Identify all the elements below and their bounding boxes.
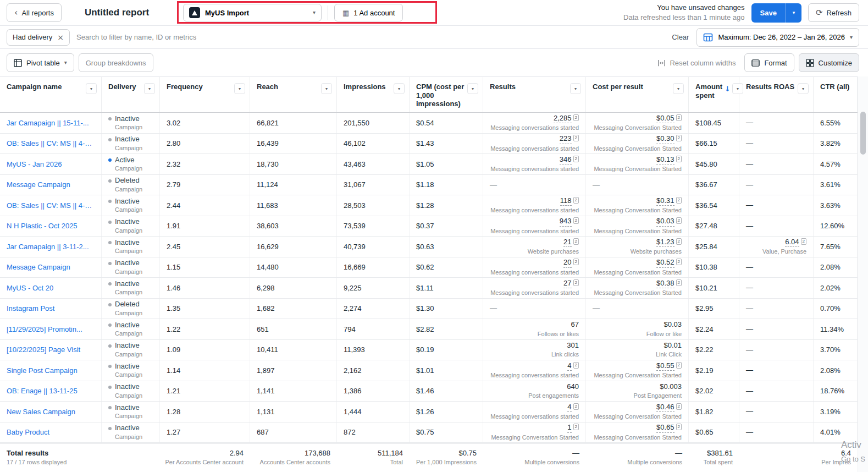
- cost-cell: $0.30 2 Messaging Conversation Started: [586, 134, 689, 154]
- roas-value: —: [746, 160, 753, 168]
- vertical-scrollbar[interactable]: [858, 76, 868, 472]
- customize-label: Customize: [819, 59, 852, 67]
- column-menu-button[interactable]: ▾: [234, 83, 245, 94]
- column-header-impressions[interactable]: Impressions ▾: [337, 77, 410, 112]
- customize-icon: [806, 59, 814, 67]
- results-cell: 27 2 Messaging conversations started: [483, 278, 586, 298]
- customize-button[interactable]: Customize: [799, 53, 859, 72]
- account-dropdown[interactable]: MyUS Import ▾: [183, 4, 322, 21]
- save-dropdown-button[interactable]: ▾: [786, 3, 801, 23]
- table-row[interactable]: Message Campaign Deleted Campaign 2.79 1…: [0, 175, 868, 196]
- chevron-down-icon: ▾: [850, 35, 853, 40]
- delivery-cell: Inactive Campaign: [102, 257, 160, 278]
- clear-button[interactable]: Clear: [672, 33, 689, 41]
- column-header-delivery[interactable]: Delivery ▾: [102, 77, 160, 112]
- campaign-link[interactable]: MyUS - Jan 2026: [7, 160, 95, 168]
- cost-cell: —: [586, 299, 689, 319]
- column-menu-button[interactable]: ▾: [144, 83, 155, 94]
- campaign-link[interactable]: OB: Sales || CV: MS || 4-1...: [7, 201, 95, 210]
- table-row[interactable]: [11/29/2025] Promotin... Inactive Campai…: [0, 319, 868, 340]
- table-row[interactable]: Jar Camapaign || 3-11-2... Inactive Camp…: [0, 237, 868, 257]
- scrollbar-thumb[interactable]: [860, 112, 866, 155]
- format-button[interactable]: Format: [744, 53, 794, 72]
- campaign-link[interactable]: New Sales Campaign: [7, 408, 95, 416]
- column-header-reach[interactable]: Reach ▾: [250, 77, 337, 112]
- table-row[interactable]: [10/22/2025] Page Visit Inactive Campaig…: [0, 340, 868, 361]
- ctr-cell: 11.34%: [814, 319, 858, 339]
- table-row[interactable]: N H Plastic - Oct 2025 Inactive Campaign…: [0, 216, 868, 237]
- cost-per-result-value: $0.52: [656, 258, 675, 267]
- results-label: Website purchases: [528, 248, 579, 255]
- column-label: CPM (cost per 1,000 impressions): [416, 83, 465, 108]
- column-menu-button[interactable]: ▾: [673, 83, 684, 94]
- delivery-status: Inactive: [115, 238, 140, 247]
- amount-spent-cell: $2.19: [689, 360, 739, 381]
- campaign-link[interactable]: [11/29/2025] Promotin...: [7, 325, 95, 333]
- pivot-table-dropdown[interactable]: Pivot table ▾: [7, 53, 74, 72]
- refresh-button[interactable]: ⟳ Refresh: [808, 3, 859, 22]
- all-reports-button[interactable]: ‹ All reports: [7, 3, 62, 22]
- filter-chip-had-delivery[interactable]: Had delivery ×: [7, 29, 70, 46]
- results-label: Messaging conversations started: [490, 227, 579, 235]
- column-header-cpm[interactable]: CPM (cost per 1,000 impressions) ▾: [410, 77, 483, 112]
- table-row[interactable]: Instagram Post Deleted Campaign 1.35 1,6…: [0, 299, 868, 320]
- column-header-frequency[interactable]: Frequency ▾: [160, 77, 250, 112]
- roas-cell: —: [739, 299, 814, 319]
- ad-account-button[interactable]: ▦ 1 Ad account: [334, 4, 403, 21]
- date-range-dropdown[interactable]: Maximum: Dec 26, 2022 – Jan 26, 2026 ▾: [696, 28, 859, 47]
- column-header-results-roas[interactable]: Results ROAS ▾: [739, 77, 814, 112]
- cost-cell: $0.38 2 Messaging Conversation Started: [586, 278, 689, 298]
- cost-per-result-value: $0.55: [656, 361, 675, 371]
- attribution-badge: 2: [676, 238, 682, 245]
- cost-cell: $0.01 Link Click: [586, 340, 689, 360]
- table-row[interactable]: OB: Sales || CV: MS || 4-1... Inactive C…: [0, 195, 868, 216]
- column-header-results[interactable]: Results ▾: [483, 77, 586, 112]
- table-row[interactable]: Single Post Campaign Inactive Campaign 1…: [0, 360, 868, 381]
- table-row[interactable]: MyUS - Jan 2026 Active Campaign 2.32 18,…: [0, 154, 868, 175]
- campaign-link[interactable]: Single Post Campaign: [7, 366, 95, 375]
- table-row[interactable]: New Sales Campaign Inactive Campaign 1.2…: [0, 402, 868, 422]
- campaign-link[interactable]: OB: Enage || 13-11-25: [7, 387, 95, 395]
- campaign-link[interactable]: Message Campaign: [7, 263, 95, 271]
- table-row[interactable]: MyUS - Oct 20 Inactive Campaign 1.46 6,2…: [0, 278, 868, 299]
- table-row[interactable]: Message Campaign Inactive Campaign 1.15 …: [0, 257, 868, 278]
- search-input[interactable]: [76, 33, 665, 41]
- column-menu-button[interactable]: ▾: [570, 83, 581, 94]
- roas-value: —: [746, 325, 753, 333]
- column-label: Results: [490, 83, 568, 91]
- footer-total-results: Total results 17 / 17 rows displayed: [0, 443, 102, 472]
- reset-column-widths-button[interactable]: Reset column widths: [653, 59, 740, 67]
- column-menu-button[interactable]: ▾: [467, 83, 478, 94]
- group-breakdowns-button[interactable]: Group breakdowns: [79, 53, 153, 72]
- column-menu-button[interactable]: ▾: [86, 83, 97, 94]
- footer-sub: Per Accounts Center account: [165, 459, 244, 466]
- column-header-campaign-name[interactable]: Campaign name ▾: [0, 77, 102, 112]
- column-header-ctr[interactable]: CTR (all): [814, 77, 858, 112]
- campaign-link[interactable]: Baby Product: [7, 428, 95, 436]
- campaign-link[interactable]: MyUS - Oct 20: [7, 284, 95, 292]
- campaign-link[interactable]: Message Campaign: [7, 180, 95, 189]
- campaign-link[interactable]: N H Plastic - Oct 2025: [7, 222, 95, 230]
- campaign-link[interactable]: Instagram Post: [7, 304, 95, 312]
- column-menu-button[interactable]: ▾: [321, 83, 332, 94]
- column-header-cost-per-result[interactable]: Cost per result ▾: [586, 77, 689, 112]
- table-row[interactable]: OB: Enage || 13-11-25 Inactive Campaign …: [0, 381, 868, 402]
- table-row[interactable]: Baby Product Inactive Campaign 1.27 687 …: [0, 422, 868, 443]
- remove-filter-icon[interactable]: ×: [57, 34, 64, 41]
- campaign-link[interactable]: [10/22/2025] Page Visit: [7, 345, 95, 354]
- amount-spent-cell: $2.02: [689, 381, 739, 402]
- column-header-amount-spent[interactable]: Amount spent ↓ ▾: [689, 77, 739, 112]
- campaign-link[interactable]: Jar Camapaign || 15-11-...: [7, 119, 95, 127]
- column-menu-button[interactable]: ▾: [798, 83, 809, 94]
- column-menu-button[interactable]: ▾: [394, 83, 405, 94]
- campaign-link[interactable]: Jar Camapaign || 3-11-2...: [7, 243, 95, 251]
- ctr-cell: 6.55%: [814, 113, 858, 133]
- cost-per-result-label: Follow or like: [646, 330, 682, 338]
- table-row[interactable]: Jar Camapaign || 15-11-... Inactive Camp…: [0, 113, 868, 134]
- campaign-link[interactable]: OB: Sales || CV: MS || 4-1...: [7, 139, 95, 147]
- table-row[interactable]: OB: Sales || CV: MS || 4-1... Inactive C…: [0, 134, 868, 155]
- delivery-level: Campaign: [115, 164, 153, 172]
- save-button[interactable]: Save: [751, 3, 786, 23]
- results-value: 223: [560, 134, 572, 144]
- attribution-badge: 2: [573, 424, 579, 430]
